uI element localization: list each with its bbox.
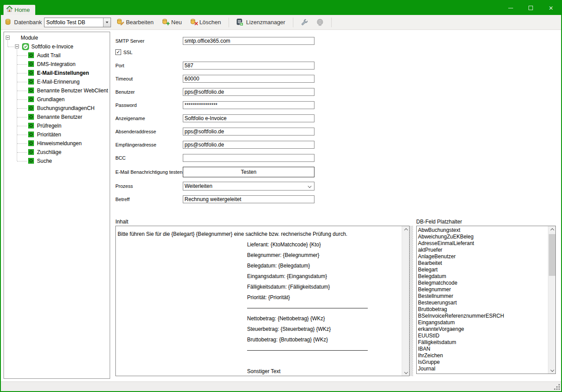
- minimize-icon: [508, 8, 513, 8]
- inhalt-editor-scrollbar[interactable]: [402, 226, 409, 376]
- datenbank-combobox[interactable]: Softfolio Test DB: [44, 18, 111, 27]
- close-icon: ✕: [549, 5, 554, 11]
- chevron-down-icon: [308, 184, 311, 188]
- smtp-server-input[interactable]: [183, 37, 314, 45]
- datenbank-group: Datenbank Softfolio Test DB: [4, 18, 111, 27]
- editor-text-line: Belegnummer: {Belegnummer}: [118, 250, 400, 260]
- tree-item-label: Audit Trail: [37, 52, 60, 59]
- gear-icon: [28, 132, 34, 139]
- dropdown-arrow-icon: [106, 22, 108, 23]
- tree-node-label: Module: [21, 35, 38, 41]
- placeholder-item[interactable]: IhrZeichen: [417, 352, 548, 359]
- plus-badge-icon: [166, 20, 170, 27]
- scroll-down-icon[interactable]: [402, 368, 410, 376]
- placeholder-item[interactable]: Besteuerungsart: [417, 299, 548, 306]
- scroll-up-icon[interactable]: [548, 226, 556, 234]
- placeholder-item[interactable]: Belegart: [417, 266, 548, 273]
- expander-minus-icon[interactable]: [15, 44, 19, 48]
- field-row-email-test: E-Mail Benachrichtigung testenTesten: [115, 167, 314, 177]
- settings-tool-button[interactable]: [298, 17, 311, 27]
- placeholder-item[interactable]: erkannteVorgaenge: [417, 326, 548, 332]
- placeholder-item[interactable]: AnlageBenutzer: [417, 253, 548, 260]
- empfaengeradresse-input[interactable]: [183, 141, 314, 149]
- placeholder-item[interactable]: EUUStID: [417, 332, 548, 339]
- maximize-button[interactable]: [521, 1, 541, 15]
- expander-minus-icon[interactable]: [6, 36, 10, 40]
- wrench-icon: [301, 18, 308, 26]
- timeout-label: Timeout: [115, 76, 183, 81]
- placeholder-item[interactable]: Bearbeitet: [417, 260, 548, 266]
- field-row-prozess: ProzessWeiterleiten: [115, 182, 314, 191]
- tab-home[interactable]: Home: [4, 5, 35, 15]
- toolbar-separator: [229, 18, 229, 27]
- prozess-select[interactable]: Weiterleiten: [183, 182, 314, 191]
- password-label: Password: [115, 103, 183, 108]
- tree-guide: [17, 126, 27, 126]
- absenderaddresse-input[interactable]: [183, 128, 314, 136]
- placeholder-item[interactable]: Journal: [417, 365, 548, 372]
- tree-guide: [17, 108, 27, 109]
- benutzer-input[interactable]: [183, 88, 314, 96]
- neu-button[interactable]: Neu: [159, 17, 185, 27]
- loeschen-button[interactable]: Löschen: [187, 17, 224, 27]
- window-controls: ✕: [500, 1, 561, 15]
- placeholder-item[interactable]: Fälligkeitsdatum: [417, 339, 548, 345]
- db-feld-platzhalter-list[interactable]: AbwBuchungstextAbweichungZuEKBelegAdress…: [416, 226, 556, 374]
- placeholder-item[interactable]: Bruttobetrag: [417, 306, 548, 312]
- port-input[interactable]: [183, 62, 314, 70]
- tree-item-label: E-Mail-Erinnerung: [37, 79, 80, 85]
- db-feld-platzhalter-label: DB-Feld Platzhalter: [416, 219, 462, 225]
- absenderaddresse-label: Absenderaddresse: [115, 129, 183, 134]
- placeholder-item[interactable]: Belegdatum: [417, 273, 548, 279]
- placeholder-item[interactable]: Belegnummer: [417, 286, 548, 293]
- inhalt-editor[interactable]: Bitte führen Sie für die {Belegart} {Bel…: [115, 226, 410, 376]
- placeholder-item[interactable]: IsGruppe: [417, 359, 548, 365]
- field-row-port: Port: [115, 62, 314, 70]
- lizenzmanager-button[interactable]: Lizenzmanager: [234, 17, 288, 27]
- prozess-select-value: Weiterleiten: [185, 183, 212, 189]
- editor-text-line: Bruttobetrag: {Bruttobetrag} {WKz}: [118, 334, 400, 345]
- placeholder-item[interactable]: AbwBuchungstext: [417, 227, 548, 233]
- editor-blank-line: [118, 355, 400, 366]
- ssl-checkbox[interactable]: ✓: [115, 49, 121, 55]
- placeholder-item[interactable]: IBAN: [417, 345, 548, 352]
- inhalt-label: Inhalt: [115, 219, 128, 225]
- gear-icon: [28, 52, 34, 59]
- minimize-button[interactable]: [500, 1, 521, 15]
- datenbank-combobox-dropdown-button[interactable]: [103, 18, 111, 27]
- anzeigename-input[interactable]: [183, 114, 314, 122]
- datenbank-combobox-value: Softfolio Test DB: [44, 19, 103, 26]
- placeholder-item[interactable]: BSeInvoiceReferenznummerESRCH: [417, 312, 548, 319]
- resize-grip-icon[interactable]: [554, 384, 560, 390]
- bcc-input[interactable]: [183, 154, 314, 162]
- placeholder-item[interactable]: AdresseEinmalLieferant: [417, 240, 548, 246]
- scroll-up-icon[interactable]: [402, 226, 410, 234]
- database-delete-icon: [190, 18, 197, 26]
- bearbeiten-button[interactable]: Bearbeiten: [114, 17, 156, 27]
- globe-button[interactable]: [314, 17, 326, 27]
- email-test-button[interactable]: Testen: [183, 167, 314, 177]
- scrollbar-thumb[interactable]: [549, 234, 555, 276]
- placeholder-item[interactable]: Eingangsdatum: [417, 319, 548, 326]
- placeholder-item[interactable]: aktPruefer: [417, 246, 548, 253]
- tree-item-label: Hinweismeldungen: [37, 140, 81, 147]
- password-input[interactable]: [183, 101, 314, 109]
- editor-text-line: Belegdatum: {Belegdatum}: [118, 260, 400, 271]
- tree-guide: [17, 55, 27, 56]
- settings-form: SMTP Server✓SSLPortTimeoutBenutzerPasswo…: [114, 30, 561, 381]
- field-row-timeout: Timeout: [115, 75, 314, 83]
- placeholder-item[interactable]: Belegmatchcode: [417, 279, 548, 286]
- editor-text-line: Priorität: {Priorität}: [118, 292, 400, 303]
- placeholder-item[interactable]: AbweichungZuEKBeleg: [417, 233, 548, 240]
- bearbeiten-label: Bearbeiten: [126, 19, 154, 26]
- tree-node-label: Softfolio e-Invoice: [31, 44, 73, 50]
- placeholder-list-scrollbar[interactable]: [548, 226, 555, 374]
- tree-item-label: Zuschläge: [37, 149, 61, 155]
- timeout-input[interactable]: [183, 75, 314, 83]
- betreff-input[interactable]: [183, 195, 314, 203]
- gear-icon: [28, 88, 34, 95]
- scroll-down-icon[interactable]: [548, 366, 556, 374]
- close-button[interactable]: ✕: [541, 1, 561, 15]
- placeholder-item[interactable]: Bestellnummer: [417, 293, 548, 299]
- vertical-splitter[interactable]: [410, 226, 413, 376]
